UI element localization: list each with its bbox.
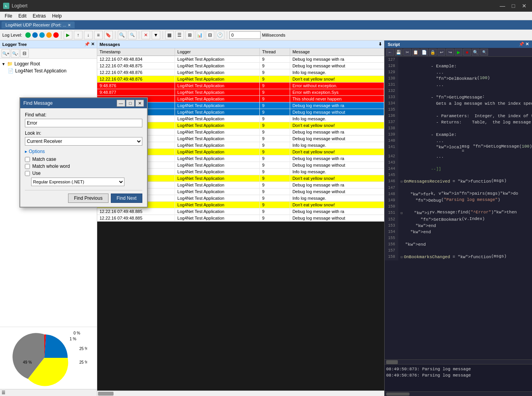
script-paste[interactable]: 📄 (420, 49, 428, 56)
find-previous-button[interactable]: Find Previous (68, 194, 108, 203)
tree-item-app[interactable]: 📄 Log4Net Test Application (8, 67, 95, 74)
col-thread[interactable]: Thread (259, 48, 290, 56)
script-content[interactable]: 127128 - Example:129 ...130 "fn">DelBook… (385, 57, 532, 359)
line-number: 155 (385, 235, 398, 241)
line-content: - "fn">GetLogMessage (398, 94, 482, 100)
find-what-input[interactable] (25, 119, 142, 127)
script-save[interactable]: 💾 (395, 49, 402, 56)
menu-edit[interactable]: Edit (15, 12, 30, 19)
grid-btn[interactable]: ▦ (165, 31, 174, 39)
menu-help[interactable]: Help (49, 12, 65, 19)
find-dialog-close[interactable]: ✕ (135, 100, 144, 107)
script-log-hscroll[interactable] (385, 391, 532, 396)
loglevel-trace-btn[interactable] (25, 32, 31, 38)
script-zoom-in[interactable]: 🔍 (472, 49, 480, 56)
find-dialog-minimize[interactable]: — (117, 100, 125, 107)
loglevel-warn-btn[interactable] (46, 32, 52, 38)
down-btn[interactable]: ↓ (84, 31, 93, 39)
match-whole-word-checkbox[interactable] (25, 164, 30, 169)
find-dialog-maximize[interactable]: □ (126, 100, 135, 107)
cell-logger: Log4Net Test Application (175, 63, 260, 69)
cell-thread: 9 (259, 109, 290, 116)
filter2-btn[interactable]: ⊟ (206, 31, 214, 39)
options-toggle[interactable]: ▸ Options (25, 149, 142, 154)
script-zoom-out[interactable]: 🔍 (480, 49, 488, 56)
tree-zoom-in[interactable]: 🔍+ (2, 49, 10, 58)
clock-btn[interactable]: 🕐 (216, 31, 224, 39)
loglevel-debug-btn[interactable] (32, 32, 38, 38)
close-panel-icon[interactable]: ✕ (91, 42, 94, 47)
pie-chart: 49 % 25 % 25 % 1 % 0 % (2, 329, 87, 387)
loglevel-info-btn[interactable] (39, 32, 45, 38)
list-btn[interactable]: ≡ (94, 31, 103, 39)
close-button[interactable]: ✕ (520, 2, 529, 10)
toolbar-sep5 (227, 31, 227, 39)
menu-extras[interactable]: Extras (30, 12, 49, 19)
script-cut[interactable]: ✂ (403, 49, 411, 56)
script-pin-icon[interactable]: 📌 (519, 42, 524, 47)
stat-btn[interactable]: 📊 (196, 31, 204, 39)
table-row[interactable]: 9:48.876 Log4Net Test Application 9 Erro… (97, 83, 384, 89)
find-next-button[interactable]: Find Next (111, 194, 142, 203)
col-timestamp[interactable]: Timestamp (97, 48, 175, 56)
look-in-select[interactable]: Current Receiver All Receivers (25, 137, 142, 146)
main-area: Logger Tree 📌 ✕ 🔍+ 🔍- ⊟ ▼ 📁 Logger Root … (0, 40, 532, 396)
script-line: 140 ... (385, 138, 532, 144)
col-logger[interactable]: Logger (175, 48, 260, 56)
script-run[interactable]: ▶ (455, 49, 462, 56)
hscroll-bar[interactable] (97, 391, 384, 396)
col-btn[interactable]: ⊞ (186, 31, 194, 39)
menu-file[interactable]: File (2, 12, 15, 19)
up-btn[interactable]: ↑ (74, 31, 82, 39)
tree-item-root[interactable]: ▼ 📁 Logger Root (2, 60, 95, 67)
col-message[interactable]: Message (290, 48, 384, 56)
script-line: 155 (385, 235, 532, 241)
match-case-checkbox[interactable] (25, 157, 30, 162)
offset-input[interactable] (229, 31, 261, 39)
bookmark-btn[interactable]: 🔖 (104, 31, 113, 39)
table-row[interactable]: 12.22.16 07:49:48.885 Log4Net Test Appli… (97, 208, 384, 215)
tab-close-icon[interactable]: ✕ (68, 23, 71, 27)
table-row[interactable]: 12.22.16 07:49:48.875 Log4Net Test Appli… (97, 63, 384, 69)
cell-logger: Log4Net Test Application (175, 149, 260, 155)
table-row[interactable]: 12.22.16 07:49:48.885 Log4Net Test Appli… (97, 215, 384, 222)
script-hscroll[interactable] (385, 359, 532, 364)
cell-thread: 9 (259, 175, 290, 182)
list2-btn[interactable]: ☰ (175, 31, 184, 39)
line-number: 149 (385, 197, 398, 204)
script-close-icon[interactable]: ✕ (525, 42, 529, 47)
script-undo[interactable]: ↩ (438, 49, 445, 56)
pin-icon[interactable]: 📌 (84, 42, 90, 47)
line-content: ... (398, 153, 444, 160)
loglevel-error-btn[interactable] (53, 32, 59, 38)
script-copy[interactable]: 📋 (412, 49, 420, 56)
zoom-out-btn[interactable]: 🔍 (128, 31, 136, 39)
toolbar-sep1 (61, 31, 61, 39)
script-redo[interactable]: ↪ (446, 49, 454, 56)
regex-select[interactable]: Regular Expression (.NET) (31, 178, 124, 186)
script-back[interactable]: ← (386, 49, 394, 56)
messages-pin-icon[interactable]: ⬇ (378, 42, 382, 47)
table-row[interactable]: 12.22.16 07:49:48.876 Log4Net Test Appli… (97, 69, 384, 76)
cell-thread: 9 (259, 122, 290, 129)
filter-btn[interactable]: ▼ (152, 31, 160, 39)
script-stop[interactable]: ■ (463, 49, 471, 56)
stop-btn[interactable]: ✕ (142, 31, 150, 39)
tree-filter[interactable]: ⊟ (20, 49, 29, 58)
use-checkbox[interactable] (25, 171, 30, 176)
zoom-in-btn[interactable]: 🔍 (118, 31, 126, 39)
script-lock[interactable]: 🔒 (429, 49, 437, 56)
tree-zoom-out[interactable]: 🔍- (11, 49, 19, 58)
play-btn[interactable]: ▶ (64, 31, 72, 39)
table-row[interactable]: 12.22.16 07:49:48.876 Log4Net Test Appli… (97, 76, 384, 83)
line-number: 137 (385, 119, 398, 125)
cell-message: Info log message. (290, 116, 384, 122)
table-row[interactable]: 9:48.877 Log4Net Test Application 9 Erro… (97, 89, 384, 96)
svg-text:0 %: 0 % (74, 331, 80, 335)
cell-message: Don't eat yellow snow! (290, 122, 384, 129)
tab-log4net-udp[interactable]: Log4Net UDP Receiver (Port: ... ✕ (2, 21, 75, 28)
maximize-button[interactable]: □ (509, 2, 518, 10)
cell-thread: 9 (259, 202, 290, 208)
minimize-button[interactable]: — (498, 2, 507, 10)
table-row[interactable]: 12.22.16 07:49:48.834 Log4Net Test Appli… (97, 56, 384, 63)
